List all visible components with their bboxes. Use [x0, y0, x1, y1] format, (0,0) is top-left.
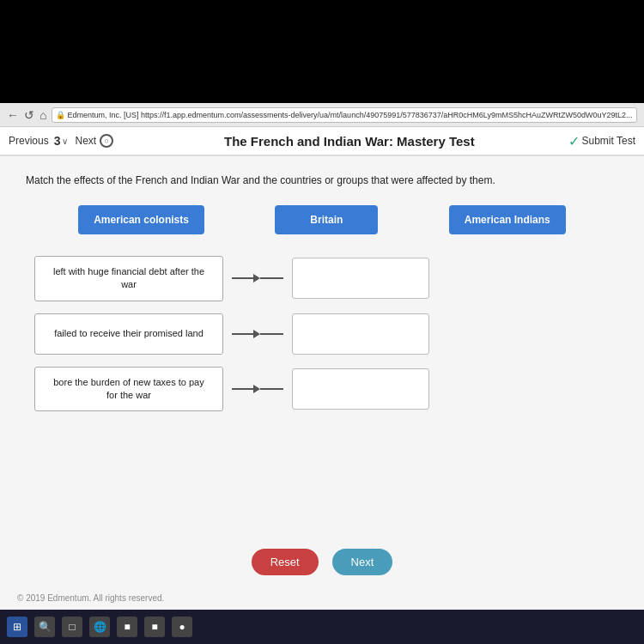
page-title: The French and Indian War: Mastery Test [131, 134, 568, 149]
taskbar-app-2[interactable]: ● [172, 617, 192, 637]
browser-bar: ← ↺ ⌂ 🔒 Edmentum, Inc. [US] https://f1.a… [0, 103, 644, 127]
submit-test-button[interactable]: Submit Test [582, 135, 635, 147]
lock-icon: 🔒 [56, 111, 65, 119]
taskbar-start[interactable]: ⊞ [7, 617, 27, 637]
bottom-buttons: Reset Next [0, 549, 644, 575]
drop-target-2[interactable] [292, 313, 429, 355]
effect-box-1: left with huge financial debt after the … [34, 256, 223, 301]
category-american-colonists[interactable]: American colonists [78, 205, 204, 234]
taskbar-app-1[interactable]: ■ [144, 617, 165, 637]
effects-area: left with huge financial debt after the … [26, 256, 618, 412]
address-bar[interactable]: 🔒 Edmentum, Inc. [US] https://f1.app.edm… [52, 107, 637, 123]
question-dropdown[interactable]: ∨ [62, 137, 68, 146]
home-button[interactable]: ⌂ [39, 108, 46, 122]
next-button-top[interactable]: Next [75, 135, 96, 147]
arrow-3 [232, 385, 283, 393]
content-area: Match the effects of the French and Indi… [0, 156, 644, 611]
question-text: Match the effects of the French and Indi… [26, 173, 618, 188]
effect-row-2: failed to receive their promised land [34, 313, 610, 355]
back-button[interactable]: ← [7, 108, 19, 122]
taskbar: ⊞ 🔍 □ 🌐 ■ ■ ● [0, 610, 644, 644]
company-label: Edmentum, Inc. [US] [67, 111, 138, 119]
categories-row: American colonists Britain American Indi… [26, 205, 618, 234]
category-american-indians[interactable]: American Indians [449, 205, 566, 234]
previous-button[interactable]: Previous [9, 135, 49, 147]
taskbar-search[interactable]: 🔍 [34, 617, 55, 637]
effect-row-3: bore the burden of new taxes to pay for … [34, 367, 610, 412]
category-britain[interactable]: Britain [275, 205, 378, 234]
next-circle-icon[interactable]: ○ [100, 134, 113, 148]
submit-check-icon: ✓ [568, 133, 580, 149]
taskbar-task-view[interactable]: □ [62, 617, 82, 637]
effect-row-1: left with huge financial debt after the … [34, 256, 610, 301]
arrow-1 [232, 274, 283, 283]
question-number: 3 [54, 134, 61, 148]
footer: © 2019 Edmentum. All rights reserved. [17, 593, 164, 603]
effect-box-3: bore the burden of new taxes to pay for … [34, 367, 223, 412]
url-text: https://f1.app.edmentum.com/assessments-… [141, 111, 632, 119]
taskbar-file-explorer[interactable]: ■ [117, 617, 137, 637]
app-nav-bar: Previous 3 ∨ Next ○ The French and India… [0, 127, 644, 156]
drop-target-1[interactable] [292, 258, 429, 299]
taskbar-browser[interactable]: 🌐 [89, 617, 110, 637]
arrow-2 [232, 330, 283, 338]
refresh-button[interactable]: ↺ [24, 108, 34, 122]
copyright-text: © 2019 Edmentum. All rights reserved. [17, 593, 164, 603]
effect-box-2: failed to receive their promised land [34, 313, 223, 355]
next-button-bottom[interactable]: Next [332, 549, 393, 575]
drop-target-3[interactable] [292, 368, 429, 410]
reset-button[interactable]: Reset [252, 549, 319, 575]
